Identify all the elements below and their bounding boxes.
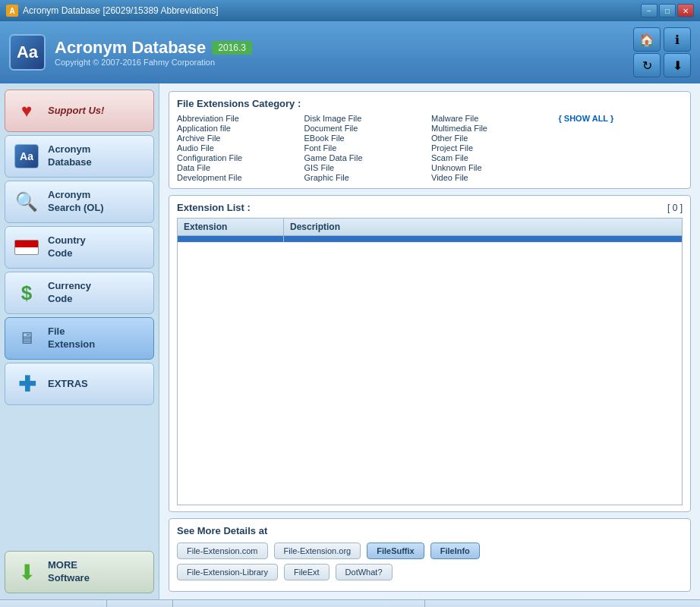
cat-show-all[interactable]: { SHOW ALL } [559,114,683,123]
main: ♥ Support Us! Aa AcronymDatabase 🔍 Acron… [0,83,700,599]
cat-graphic[interactable]: Graphic File [304,173,429,182]
cat-unknown[interactable]: Unknown File [431,163,556,172]
sidebar-item-acronym-db[interactable]: Aa AcronymDatabase [5,135,154,178]
sidebar-label-extras: EXTRAS [48,378,88,391]
cat-project[interactable]: Project File [431,143,556,153]
download-button[interactable]: ⬇ [664,53,691,77]
list-count: [ 0 ] [667,203,683,213]
category-title: File Extensions Category : [177,98,683,109]
app-icon: Aa [9,34,46,71]
header-buttons-row: 🏠 ℹ [633,27,691,52]
btn-file-extension-library[interactable]: File-Extension-Library [177,564,278,580]
cat-development[interactable]: Development File [177,173,301,182]
list-section: Extension List : [ 0 ] Extension Descrip… [169,195,691,512]
cat-malware[interactable]: Malware File [431,114,556,123]
sidebar-label-currency-code: CurrencyCode [48,280,91,306]
sidebar: ♥ Support Us! Aa AcronymDatabase 🔍 Acron… [0,83,159,599]
version-badge: 2016.3 [212,41,252,55]
cat-ebook[interactable]: EBook File [304,134,429,143]
status-memory: Memory Usage : 77% [8,600,107,607]
download-icon: ⬇ [13,558,40,586]
cat-other[interactable]: Other File [431,134,556,143]
col-header-extension: Extension [178,219,284,235]
header: Aa Acronym Database 2016.3 Copyright © 2… [0,21,700,83]
cat-data[interactable]: Data File [177,163,301,172]
cat-archive[interactable]: Archive File [177,134,301,143]
statusbar: Memory Usage : 77% Power : 49% System Up… [0,599,700,607]
details-buttons-row1: File-Extension.com File-Extension.org Fi… [177,543,683,559]
status-uptime: System Uptime : 0 Day(s) 8 Hour(s) 52 Mi… [173,600,425,607]
home-button[interactable]: 🏠 [633,27,661,52]
details-section: See More Details at File-Extension.com F… [169,518,691,592]
btn-file-extension-com[interactable]: File-Extension.com [177,543,268,559]
details-title: See More Details at [177,525,683,536]
list-title: Extension List : [177,202,251,213]
refresh-button[interactable]: ↻ [633,53,661,77]
list-table-header: Extension Description [178,219,682,236]
col-header-description: Description [284,219,682,235]
list-table: Extension Description [177,218,683,505]
cat-document[interactable]: Document File [304,124,429,133]
header-buttons: 🏠 ℹ ↻ ⬇ [633,27,691,77]
app-small-icon: A [6,5,18,17]
btn-fileinfo[interactable]: FileInfo [430,543,480,559]
cat-application[interactable]: Application file [177,124,301,133]
sidebar-label-more-software: MORESoftware [48,559,90,585]
sidebar-item-acronym-search[interactable]: 🔍 AcronymSearch (OL) [5,181,154,223]
btn-file-extension-org[interactable]: File-Extension.org [274,543,361,559]
cat-gis[interactable]: GIS File [304,163,429,172]
plus-icon: ✚ [13,370,40,398]
cat-font[interactable]: Font File [304,143,429,153]
cat-disk-image[interactable]: Disk Image File [304,114,429,123]
heart-icon: ♥ [13,97,40,124]
content: File Extensions Category : Abbreviation … [159,83,700,599]
cat-abbreviation-file[interactable]: Abbreviation File [177,114,301,123]
list-header: Extension List : [ 0 ] [177,202,683,213]
title-bar: A Acronym Database [26029/15389 Abbrevia… [0,0,700,21]
title-bar-controls: − □ ✕ [641,4,694,17]
sidebar-label-file-extension: FileExtension [48,326,95,351]
sidebar-item-currency-code[interactable]: $ CurrencyCode [5,272,154,314]
details-buttons-row2: File-Extension-Library FileExt DotWhat? [177,564,683,580]
sidebar-item-file-extension[interactable]: 🖥 FileExtension [5,317,154,360]
sidebar-label-acronym-search: AcronymSearch (OL) [48,189,104,215]
sidebar-item-country-code[interactable]: CountryCode [5,226,154,269]
status-url: http://FCorp.rajahost.biz [585,600,692,607]
sidebar-label-country-code: CountryCode [48,234,86,260]
cat-video[interactable]: Video File [431,173,556,182]
cell-extension [178,236,284,242]
btn-dotwhat[interactable]: DotWhat? [336,564,393,580]
sidebar-item-support[interactable]: ♥ Support Us! [5,90,154,132]
monitor-icon: 🖥 [13,325,40,352]
sidebar-label-acronym-db: AcronymDatabase [48,143,92,169]
dollar-icon: $ [13,279,40,307]
list-table-body [178,236,682,505]
table-row[interactable] [178,236,682,243]
acronym-db-icon: Aa [13,143,40,170]
sidebar-item-more-software[interactable]: ⬇ MORESoftware [5,551,154,593]
cat-game-data[interactable]: Game Data File [304,153,429,162]
search-icon: 🔍 [13,188,40,215]
sidebar-label-support: Support Us! [48,105,104,118]
sidebar-item-extras[interactable]: ✚ EXTRAS [5,363,154,405]
app-title: Acronym Database [55,38,206,58]
app-title-area: Acronym Database 2016.3 Copyright © 2007… [55,38,252,67]
btn-fileext[interactable]: FileExt [284,564,330,580]
header-buttons-row2: ↻ ⬇ [633,53,691,77]
cell-description [284,236,682,242]
cat-audio[interactable]: Audio File [177,143,301,153]
flag-icon [13,234,40,261]
cat-scam[interactable]: Scam File [431,153,556,162]
category-section: File Extensions Category : Abbreviation … [169,91,691,189]
minimize-button[interactable]: − [641,4,657,17]
title-bar-text: Acronym Database [26029/15389 Abbreviati… [23,5,636,16]
btn-filesuffix[interactable]: FileSuffix [367,543,424,559]
cat-multimedia[interactable]: Multimedia File [431,124,556,133]
category-grid: Abbreviation File Disk Image File Malwar… [177,114,683,182]
close-button[interactable]: ✕ [677,4,694,17]
status-power: Power : 49% [107,600,173,607]
maximize-button[interactable]: □ [659,4,676,17]
info-button[interactable]: ℹ [664,27,691,52]
cat-configuration[interactable]: Configuration File [177,153,301,162]
copyright-text: Copyright © 2007-2016 Fahmy Corporation [55,58,252,67]
